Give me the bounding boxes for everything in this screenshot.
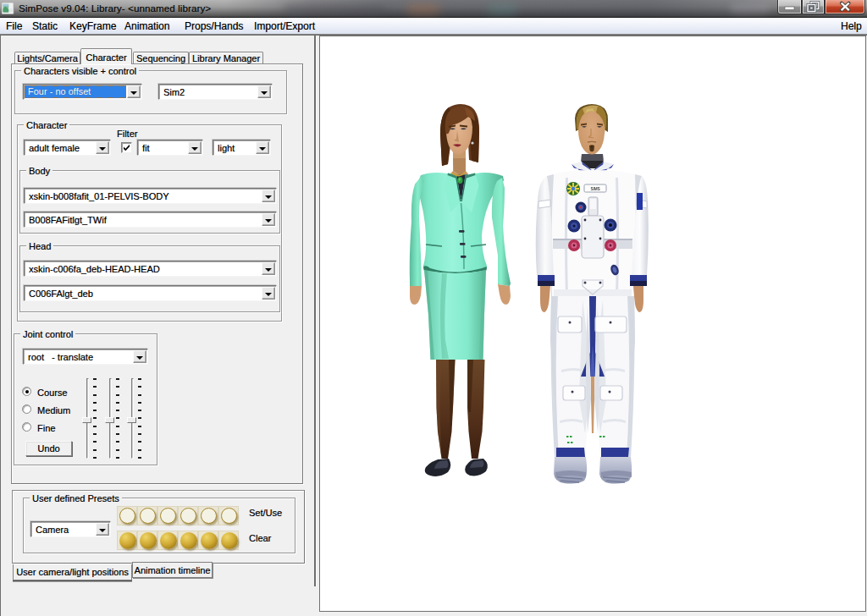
svg-text:SIMS: SIMS <box>590 187 599 191</box>
